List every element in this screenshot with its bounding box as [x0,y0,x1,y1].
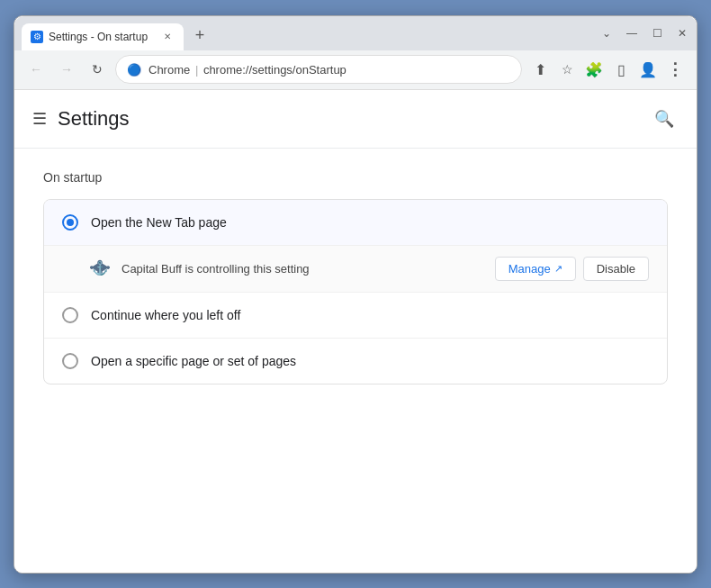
settings-header-left: ☰ Settings [32,107,130,131]
extension-actions: Manage ↗ Disable [495,257,649,281]
disable-label: Disable [597,262,635,276]
option-continue-row[interactable]: Continue where you left off [44,293,667,339]
address-separator: | [195,63,202,77]
settings-content: ☰ Settings 🔍 risk.com On startup Open th… [14,90,697,573]
extension-message: Capital Buff is controlling this setting [122,262,484,276]
active-tab[interactable]: Settings - On startup ✕ [22,23,184,50]
title-bar: Settings - On startup ✕ + ⌄ — ☐ ✕ [14,16,697,50]
option-new-tab-row[interactable]: Open the New Tab page [44,200,667,246]
menu-button[interactable]: ⋮ [662,57,688,82]
options-card: Open the New Tab page ⚓ Capital Buff is … [43,199,668,384]
browser-window: Settings - On startup ✕ + ⌄ — ☐ ✕ ← → ↻ … [14,15,698,574]
bookmark-button[interactable]: ☆ [554,57,580,82]
option-specific-label: Open a specific page or set of pages [91,354,649,368]
hamburger-icon[interactable]: ☰ [32,109,47,129]
sidebar-button[interactable]: ▯ [608,57,634,82]
window-controls: ⌄ — ☐ ✕ [592,16,697,50]
search-button[interactable]: 🔍 [650,104,679,133]
share-button[interactable]: ⬆ [527,57,553,82]
nav-bar: ← → ↻ 🔵 Chrome | chrome://settings/onSta… [14,50,697,90]
manage-label: Manage [508,262,551,276]
tab-list-button[interactable]: ⌄ [599,26,614,41]
radio-specific[interactable] [62,353,78,369]
extension-icon: ⚓ [89,258,111,279]
manage-button[interactable]: Manage ↗ [495,257,576,281]
profile-button[interactable]: 👤 [635,57,661,82]
new-tab-button[interactable]: + [187,23,212,49]
chrome-icon: 🔵 [127,63,141,77]
extension-row: ⚓ Capital Buff is controlling this setti… [44,246,667,293]
close-button[interactable]: ✕ [675,26,689,41]
tab-strip: Settings - On startup ✕ + [14,16,592,50]
section-title: On startup [43,170,668,185]
settings-body: risk.com On startup Open the New Tab pag… [14,149,697,406]
address-text: Chrome | chrome://settings/onStartup [148,63,510,77]
radio-new-tab[interactable] [62,214,78,231]
extensions-button[interactable]: 🧩 [581,57,607,82]
tab-favicon [31,31,43,43]
tab-close-button[interactable]: ✕ [160,30,175,44]
settings-header: ☰ Settings 🔍 [14,90,697,149]
page-title: Settings [58,107,130,131]
forward-button[interactable]: → [54,57,79,82]
minimize-button[interactable]: — [625,26,639,41]
nav-actions: ⬆ ☆ 🧩 ▯ 👤 ⋮ [527,57,688,82]
svg-text:⚓: ⚓ [92,260,109,276]
option-continue-label: Continue where you left off [91,308,649,322]
address-url: chrome://settings/onStartup [203,63,346,77]
tab-label: Settings - On startup [49,31,148,43]
reload-button[interactable]: ↻ [85,57,110,82]
maximize-button[interactable]: ☐ [650,26,664,41]
radio-continue[interactable] [62,307,78,323]
back-button[interactable]: ← [23,57,49,82]
option-new-tab-label: Open the New Tab page [91,215,649,230]
disable-button[interactable]: Disable [583,257,649,281]
address-bar[interactable]: 🔵 Chrome | chrome://settings/onStartup [115,55,522,84]
option-specific-row[interactable]: Open a specific page or set of pages [44,339,667,384]
external-link-icon: ↗ [554,263,562,275]
address-brand: Chrome [148,63,190,77]
